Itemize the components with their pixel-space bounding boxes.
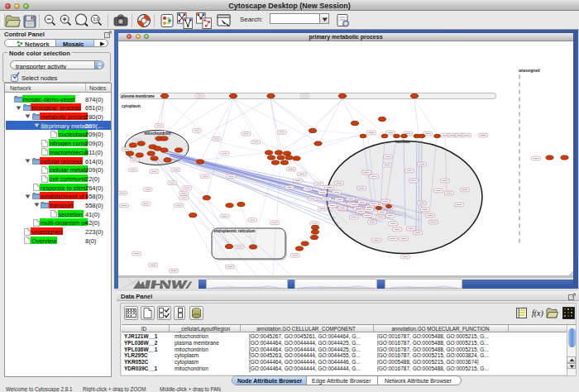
svg-text:plasma membrane: plasma membrane [122, 94, 156, 98]
svg-text:endoplasmic reticulum: endoplasmic reticulum [214, 229, 256, 233]
svg-text:f(x): f(x) [532, 308, 544, 318]
svg-text:1:1: 1:1 [93, 17, 99, 22]
svg-text:cytoplasm: cytoplasm [122, 104, 141, 108]
svg-text:unassigned: unassigned [519, 69, 540, 73]
svg-text:mitochondrion: mitochondrion [145, 131, 171, 136]
svg-text:nucleus: nucleus [395, 140, 410, 144]
